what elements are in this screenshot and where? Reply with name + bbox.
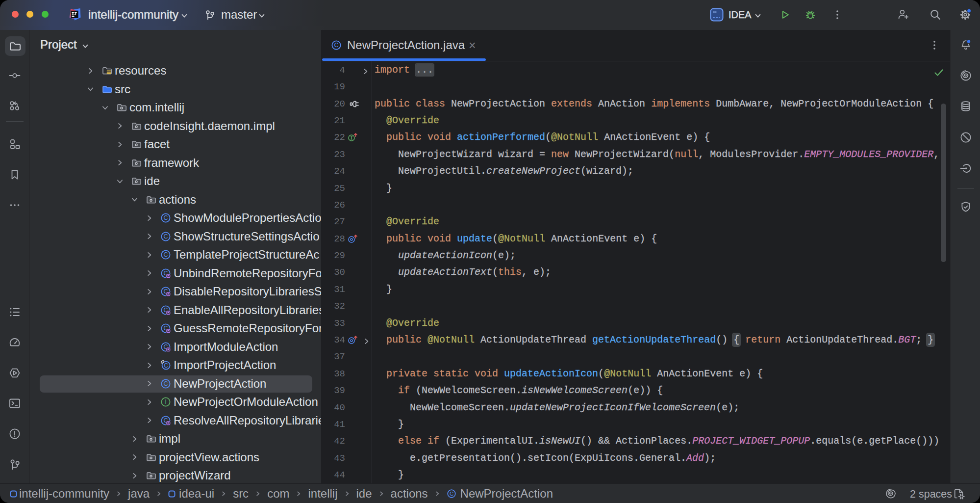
svg-text:C: C [163, 214, 168, 221]
svg-text:C: C [163, 251, 168, 258]
svg-text:I: I [165, 398, 166, 405]
svg-text:C: C [163, 233, 168, 240]
svg-text:C: C [334, 42, 338, 49]
svg-text:C: C [164, 362, 168, 369]
svg-text:C: C [163, 380, 168, 387]
svg-text:C: C [449, 491, 453, 497]
